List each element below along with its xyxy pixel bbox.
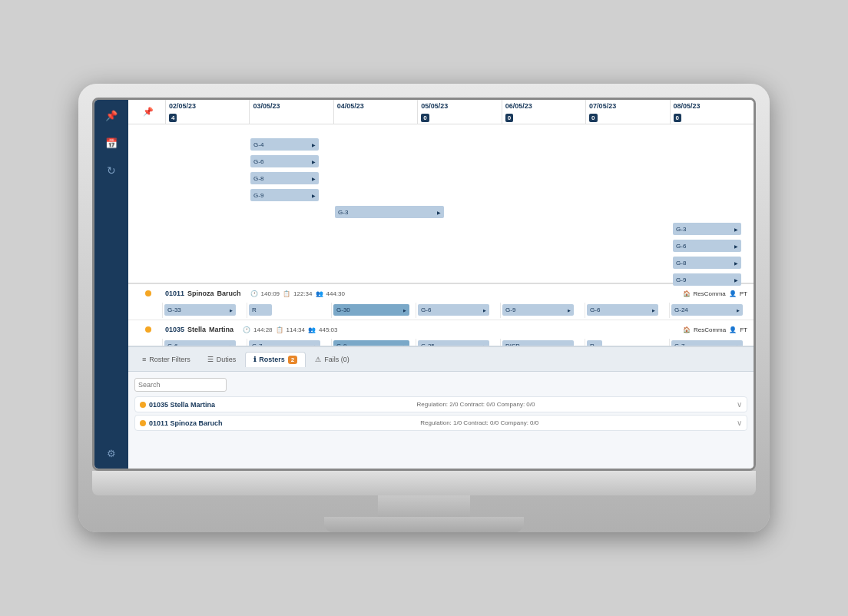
g-block-g9: G-9 [250, 189, 319, 201]
shift-g9-s1: G-9 [502, 304, 574, 316]
shift-g25-stella: G-25 [418, 340, 489, 346]
tab-duties[interactable]: ☰ Duties [200, 353, 244, 366]
g-block-g4: G-4 [250, 138, 319, 151]
monitor: 📌 📅 ↻ ⚙ 📌 02/05/23 4 [78, 84, 770, 532]
roster-name-1: 01011 Spinoza Baruch [140, 419, 223, 427]
shift-disp-stella: DISP [502, 340, 574, 346]
shift-g30: G-30 [333, 304, 409, 316]
emp-dot-stella [145, 326, 151, 333]
employee-block-stella: 01035 Stella Martina 🕐144:28 📋114:34 👥44… [128, 320, 754, 346]
shift-g6-s2: G-6 [587, 304, 658, 316]
g-block-g3-right: G-3 [673, 223, 741, 235]
duties-icon: ☰ [207, 356, 214, 363]
roster-name-0: 01035 Stella Martina [140, 401, 215, 409]
group-row-g9-right: G-9 [128, 263, 754, 280]
g-block-g6: G-6 [250, 155, 319, 167]
g-block-g8-right: G-8 [673, 257, 741, 269]
group-row-g6-right: G-6 [128, 229, 754, 246]
employee-block-spinoza: 01011 Spinoza Baruch 🕐140:09 📋122:34 👥44… [128, 284, 754, 320]
tab-rosters[interactable]: ℹ Rosters 2 [245, 352, 306, 367]
shift-row-stella: G-6 G-7 G-8 G-25 [128, 339, 754, 346]
bottom-content: 01035 Stella Martina Regulation: 2/0 Con… [128, 372, 754, 469]
shift-g6-s1: G-6 [418, 304, 489, 316]
rosters-icon: ℹ [253, 356, 256, 363]
shift-g33: G-33 [164, 304, 236, 316]
chevron-down-icon-0: ∨ [737, 400, 742, 409]
app-container: 📌 📅 ↻ ⚙ 📌 02/05/23 4 [94, 100, 754, 469]
schedule-area[interactable]: G-4 [128, 124, 754, 346]
roster-item-1[interactable]: 01011 Spinoza Baruch Regulation: 1/0 Con… [134, 415, 747, 431]
group-row-g3-mid: G-3 [128, 195, 754, 212]
tab-fails[interactable]: ⚠ Fails (0) [307, 353, 357, 366]
timeline-header: 📌 02/05/23 4 03/05/23 04/ [128, 100, 754, 124]
shift-r1: R [249, 304, 272, 316]
group-row-g4: G-4 [128, 128, 754, 144]
calendar-icon[interactable]: 📅 [102, 134, 121, 152]
shift-g6-stella: G-6 [164, 340, 236, 346]
roster-item-0[interactable]: 01035 Stella Martina Regulation: 2/0 Con… [134, 396, 747, 412]
shift-g7-stella-2: G-7 [671, 340, 743, 346]
shift-g7-stella-1: G-7 [249, 340, 320, 346]
roster-dot-1 [140, 420, 146, 426]
filter-icon: ≡ [142, 356, 146, 363]
bottom-panel: ≡ Roster Filters ☰ Duties ℹ Rosters 2 [128, 346, 754, 469]
date-col-6: 07/05/23 0 [585, 100, 669, 124]
g-block-g3-mid: G-3 [335, 206, 444, 218]
shift-r-stella: R [587, 340, 602, 346]
group-row-g8-right: G-8 [128, 246, 754, 263]
pin-icon[interactable]: 📌 [102, 106, 121, 124]
shift-row-spinoza: G-33 R G-30 G-6 [128, 303, 754, 318]
group-row-g9: G-9 [128, 178, 754, 195]
date-col-1: 02/05/23 4 [165, 100, 249, 124]
fails-icon: ⚠ [315, 356, 321, 363]
group-row-g8: G-8 [128, 161, 754, 178]
shift-g8-stella: G-8 [333, 340, 409, 346]
timeline-pin: 📌 [131, 107, 165, 117]
group-row-g6: G-6 [128, 144, 754, 161]
g-block-g9-right: G-9 [673, 273, 741, 286]
settings-icon[interactable]: ⚙ [102, 444, 121, 462]
tab-roster-filters[interactable]: ≡ Roster Filters [134, 353, 198, 366]
refresh-icon[interactable]: ↻ [102, 161, 121, 180]
sidebar: 📌 📅 ↻ ⚙ [94, 100, 128, 469]
g-block-g6-right: G-6 [673, 240, 741, 252]
date-col-5: 06/05/23 0 [502, 100, 585, 124]
date-col-7: 08/05/23 0 [670, 100, 754, 124]
shift-g24: G-24 [671, 304, 743, 316]
roster-dot-0 [140, 402, 146, 408]
g-block-g8: G-8 [250, 172, 319, 184]
monitor-stand-neck [378, 495, 470, 517]
monitor-bezel [92, 471, 756, 495]
date-col-4: 05/05/23 0 [417, 100, 501, 124]
emp-dot-spinoza [145, 290, 151, 296]
monitor-stand-base [324, 517, 524, 532]
chevron-down-icon-1: ∨ [737, 419, 742, 427]
search-input[interactable] [134, 378, 227, 392]
employee-section: 01011 Spinoza Baruch 🕐140:09 📋122:34 👥44… [128, 284, 754, 346]
date-col-2: 03/05/23 [249, 100, 333, 124]
main-content: 📌 02/05/23 4 03/05/23 04/ [128, 100, 754, 469]
monitor-screen: 📌 📅 ↻ ⚙ 📌 02/05/23 4 [92, 98, 756, 471]
top-group-section: G-4 [128, 124, 754, 284]
date-col-3: 04/05/23 [333, 100, 417, 124]
bottom-tabs: ≡ Roster Filters ☰ Duties ℹ Rosters 2 [128, 347, 754, 372]
